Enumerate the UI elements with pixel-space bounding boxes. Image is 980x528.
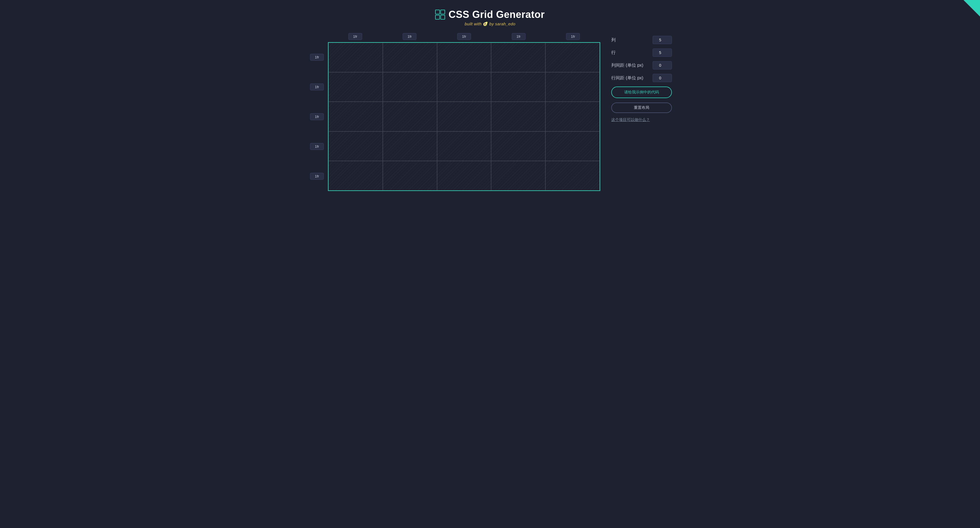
grid-cell[interactable] <box>491 161 546 191</box>
row-labels: 1fr 1fr 1fr 1fr 1fr <box>308 42 326 191</box>
grid-cell[interactable] <box>328 161 383 191</box>
grid-cell[interactable] <box>328 43 383 72</box>
reset-button[interactable]: 重置布局 <box>611 102 672 113</box>
svg-rect-0 <box>436 10 439 14</box>
col-label-box-1: 1fr <box>348 33 362 40</box>
svg-rect-2 <box>436 15 439 19</box>
col-labels: 1fr 1fr 1fr 1fr 1fr <box>328 33 600 40</box>
row-label-cell-5: 1fr <box>308 161 326 191</box>
main-content: 1fr 1fr 1fr 1fr 1fr 1fr 1fr <box>297 33 683 202</box>
grid-cell[interactable] <box>491 43 546 72</box>
col-label-4: 1fr <box>492 33 546 40</box>
row-gap-control: 行间距 (单位 px) <box>611 74 672 82</box>
grid-cell[interactable] <box>383 102 437 131</box>
rows-label: 行 <box>611 50 616 56</box>
grid-cell[interactable] <box>383 72 437 102</box>
grid-cell[interactable] <box>546 161 600 191</box>
grid-cell[interactable] <box>546 132 600 161</box>
rows-input[interactable] <box>652 48 672 57</box>
col-label-1: 1fr <box>328 33 382 40</box>
row-label-cell-2: 1fr <box>308 72 326 102</box>
svg-rect-1 <box>441 10 445 14</box>
grid-icon <box>435 10 445 19</box>
app-header: CSS Grid Generator built with 🥑 by sarah… <box>435 0 544 33</box>
row-label-box-3: 1fr <box>310 113 324 120</box>
columns-label: 列 <box>611 37 616 43</box>
subtitle-emoji: 🥑 <box>483 22 488 26</box>
subtitle-author: by sarah_edo <box>490 22 515 26</box>
grid-cell[interactable] <box>437 102 492 131</box>
row-label-box-1: 1fr <box>310 54 324 60</box>
css-grid-preview <box>328 42 600 191</box>
grid-cell[interactable] <box>328 132 383 161</box>
col-label-box-3: 1fr <box>457 33 471 40</box>
row-label-cell-3: 1fr <box>308 102 326 132</box>
grid-cell[interactable] <box>437 72 492 102</box>
grid-cell[interactable] <box>383 161 437 191</box>
row-label-cell-1: 1fr <box>308 42 326 72</box>
controls-panel: 列 行 列间距 (单位 px) 行间距 (单位 px) 请给我示例中的代码 重置… <box>611 33 672 122</box>
grid-area: 1fr 1fr 1fr 1fr 1fr <box>308 42 600 191</box>
col-gap-input[interactable] <box>652 61 672 70</box>
row-label-box-4: 1fr <box>310 143 324 150</box>
what-text[interactable]: 这个项目可以做什么？ <box>611 118 672 122</box>
grid-cell[interactable] <box>328 72 383 102</box>
grid-cell[interactable] <box>437 43 492 72</box>
svg-rect-3 <box>441 15 445 19</box>
subtitle-built: built with <box>465 22 482 26</box>
row-label-cell-4: 1fr <box>308 132 326 161</box>
col-gap-control: 列间距 (单位 px) <box>611 61 672 70</box>
col-label-2: 1fr <box>382 33 437 40</box>
col-label-5: 1fr <box>546 33 600 40</box>
row-label-box-2: 1fr <box>310 84 324 91</box>
grid-cell[interactable] <box>491 102 546 131</box>
app-subtitle: built with 🥑 by sarah_edo <box>465 22 515 27</box>
grid-cell[interactable] <box>383 43 437 72</box>
col-label-box-4: 1fr <box>512 33 525 40</box>
grid-cell[interactable] <box>546 43 600 72</box>
col-label-3: 1fr <box>437 33 492 40</box>
grid-cell[interactable] <box>383 132 437 161</box>
grid-cell[interactable] <box>491 132 546 161</box>
columns-control: 列 <box>611 36 672 44</box>
get-code-button[interactable]: 请给我示例中的代码 <box>611 86 672 98</box>
row-gap-label: 行间距 (单位 px) <box>611 75 643 81</box>
grid-cell[interactable] <box>491 72 546 102</box>
grid-container: 1fr 1fr 1fr 1fr 1fr 1fr 1fr <box>308 33 600 191</box>
grid-cell[interactable] <box>437 161 492 191</box>
row-gap-input[interactable] <box>652 74 672 82</box>
row-label-box-5: 1fr <box>310 173 324 180</box>
grid-cell[interactable] <box>546 72 600 102</box>
col-label-box-5: 1fr <box>566 33 580 40</box>
grid-cell[interactable] <box>328 102 383 131</box>
app-title: CSS Grid Generator <box>449 9 544 21</box>
grid-cell[interactable] <box>437 132 492 161</box>
corner-decoration <box>964 0 980 16</box>
rows-control: 行 <box>611 48 672 57</box>
col-gap-label: 列间距 (单位 px) <box>611 62 643 68</box>
columns-input[interactable] <box>652 36 672 44</box>
grid-cell[interactable] <box>546 102 600 131</box>
col-label-box-2: 1fr <box>402 33 417 40</box>
